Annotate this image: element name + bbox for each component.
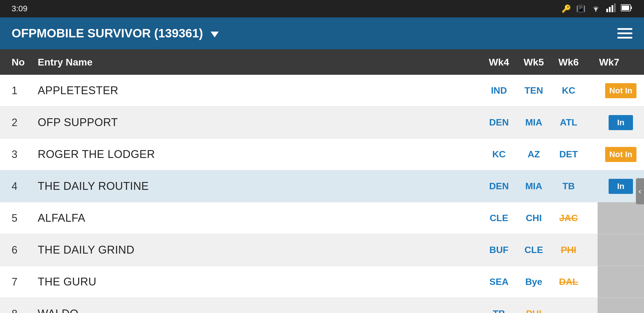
time-display: 3:09 [12, 4, 28, 13]
status-bar: 3:09 🔑 📳 [0, 0, 644, 17]
app-title: OFPMOBILE SURVIVOR (139361) [12, 26, 203, 40]
table-row[interactable]: 6 THE DAILY GRIND BUF CLE PHI [0, 234, 644, 266]
cell-wk7-empty [598, 298, 644, 313]
col-header-no: No [12, 57, 38, 68]
table-body: 1 APPLETESTER IND TEN KC Not In 2 OFP SU… [0, 75, 644, 313]
chevron-left-icon: ‹ [638, 187, 641, 196]
hamburger-line-3 [617, 37, 632, 39]
cell-no: 4 [12, 180, 38, 192]
battery-icon [621, 4, 632, 14]
table-header: No Entry Name Wk4 Wk5 Wk6 Wk7 [0, 49, 644, 75]
svg-rect-2 [609, 7, 611, 12]
cell-wk4: DEN [482, 117, 516, 128]
signal-icon [606, 3, 616, 14]
cell-wk5: MIA [516, 181, 551, 192]
table-row[interactable]: 7 THE GURU SEA Bye DAL [0, 266, 644, 298]
col-header-wk5: Wk5 [516, 57, 551, 68]
cell-name: WALDO [38, 307, 482, 313]
table-row[interactable]: 2 OFP SUPPORT DEN MIA ATL In [0, 107, 644, 139]
svg-rect-6 [631, 6, 632, 9]
cell-no: 5 [12, 212, 38, 224]
cell-wk6: DAL [551, 276, 586, 287]
scroll-tab[interactable]: ‹ [636, 178, 644, 204]
menu-button[interactable] [617, 28, 632, 39]
in-badge: In [609, 115, 633, 130]
cell-wk6: ATL [551, 117, 586, 128]
cell-wk6: PHI [551, 245, 586, 255]
svg-rect-3 [612, 5, 613, 12]
cell-wk4: TB [482, 308, 516, 313]
cell-wk5: CLE [516, 245, 551, 255]
cell-no: 8 [12, 308, 38, 313]
dropdown-arrow-icon[interactable] [208, 26, 219, 40]
cell-name: APPLETESTER [38, 84, 482, 97]
svg-rect-7 [622, 6, 629, 10]
cell-no: 3 [12, 148, 38, 161]
table-row[interactable]: 1 APPLETESTER IND TEN KC Not In [0, 75, 644, 107]
hamburger-line-2 [617, 32, 632, 34]
cell-wk4: CLE [482, 213, 516, 223]
status-icons: 🔑 📳 [562, 3, 632, 14]
cell-no: 7 [12, 276, 38, 288]
cell-wk7-in[interactable]: In [598, 107, 644, 138]
cell-wk7-not-in[interactable]: Not In [598, 139, 644, 170]
cell-name: THE DAILY ROUTINE [38, 180, 482, 192]
cell-wk6: TB [551, 181, 586, 192]
cell-wk7-empty [598, 266, 644, 298]
cell-wk5: TEN [516, 85, 551, 96]
not-in-badge: Not In [605, 83, 636, 98]
app-title-container[interactable]: OFPMOBILE SURVIVOR (139361) [12, 26, 219, 40]
table-row[interactable]: 3 ROGER THE LODGER KC AZ DET Not In [0, 139, 644, 170]
in-badge: In [609, 179, 633, 194]
cell-wk4: SEA [482, 276, 516, 287]
cell-wk7-empty [598, 202, 644, 234]
cell-name: THE DAILY GRIND [38, 244, 482, 256]
cell-wk7-not-in[interactable]: Not In [598, 75, 644, 106]
col-header-wk6: Wk6 [551, 57, 586, 68]
cell-name: THE GURU [38, 276, 482, 288]
cell-wk4: KC [482, 149, 516, 160]
cell-no: 1 [12, 85, 38, 97]
table-row[interactable]: 8 WALDO TB PHI [0, 298, 644, 313]
cell-wk5: MIA [516, 117, 551, 128]
wifi-icon [591, 3, 601, 14]
cell-name: OFP SUPPORT [38, 116, 482, 129]
cell-wk6: KC [551, 85, 586, 96]
cell-name: ALFALFA [38, 212, 482, 224]
vibrate-icon: 📳 [576, 4, 585, 13]
key-icon: 🔑 [562, 4, 571, 13]
col-header-name: Entry Name [38, 57, 482, 68]
cell-wk4: IND [482, 85, 516, 96]
svg-rect-4 [614, 3, 616, 12]
cell-no: 2 [12, 117, 38, 129]
cell-wk5: AZ [516, 149, 551, 160]
table-row[interactable]: 5 ALFALFA CLE CHI JAC [0, 202, 644, 234]
cell-wk6: JAC [551, 213, 586, 223]
svg-point-0 [595, 10, 596, 12]
col-header-wk4: Wk4 [482, 57, 516, 68]
cell-wk7-empty [598, 234, 644, 266]
hamburger-line-1 [617, 28, 632, 30]
cell-no: 6 [12, 244, 38, 256]
app-bar: OFPMOBILE SURVIVOR (139361) [0, 17, 644, 49]
cell-wk5: CHI [516, 213, 551, 223]
cell-wk4: DEN [482, 181, 516, 192]
svg-rect-1 [606, 9, 608, 12]
cell-wk5: PHI [516, 308, 551, 313]
cell-wk4: BUF [482, 245, 516, 255]
cell-wk6: DET [551, 149, 586, 160]
table-row[interactable]: 4 THE DAILY ROUTINE DEN MIA TB In [0, 170, 644, 202]
col-header-wk7: Wk7 [586, 57, 632, 68]
cell-wk5: Bye [516, 276, 551, 287]
not-in-badge: Not In [605, 147, 636, 162]
cell-name: ROGER THE LODGER [38, 148, 482, 161]
